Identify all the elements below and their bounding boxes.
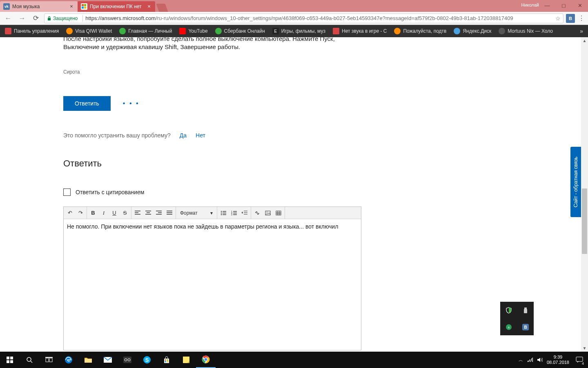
browser-tab-1[interactable]: vk Моя музыка × [0, 1, 78, 12]
browser-tab-2[interactable]: При включении ПК нет × [78, 1, 155, 12]
nav-back-button[interactable]: ← [2, 13, 14, 24]
nav-forward-button[interactable]: → [16, 13, 28, 24]
skype-taskbar-icon[interactable]: S [137, 352, 157, 368]
bookmarks-bar: Панель управления Visa QIWI Wallet Главн… [0, 25, 588, 37]
svg-rect-20 [7, 357, 9, 359]
chrome-menu-button[interactable]: ⋮ [577, 14, 586, 22]
underline-button[interactable]: U [109, 208, 120, 218]
align-justify-button[interactable] [164, 208, 175, 218]
svg-rect-25 [46, 358, 49, 362]
vk-favicon: vk [3, 3, 10, 10]
svg-rect-2 [82, 7, 84, 9]
scroll-up-button[interactable]: ▲ [581, 37, 588, 44]
vertical-scrollbar[interactable]: ▲ ▼ [581, 37, 588, 352]
bookmark-star-icon[interactable]: ☆ [555, 15, 561, 22]
chevron-down-icon: ▾ [210, 210, 213, 216]
quote-checkbox[interactable] [63, 188, 71, 196]
bookmark-item[interactable]: Сбербанк Онлайн [212, 26, 268, 36]
align-left-button[interactable] [132, 208, 143, 218]
bookmark-item[interactable]: Яндекс.Диск [450, 26, 494, 36]
lock-icon [47, 16, 51, 21]
strikethrough-button[interactable]: S [120, 208, 130, 218]
url-text: https://answers.microsoft.com/ru-ru/wind… [85, 15, 553, 21]
window-close-button[interactable]: ✕ [572, 0, 588, 11]
search-button[interactable] [20, 352, 39, 368]
align-center-button[interactable] [143, 208, 154, 218]
window-maximize-button[interactable]: ◻ [555, 0, 572, 11]
vk-extension-icon[interactable]: B [566, 14, 575, 23]
browser-toolbar: ← → ⟳ Защищено https://answers.microsoft… [0, 12, 588, 25]
bookmark-item[interactable]: Visa QIWI Wallet [63, 26, 115, 36]
italic-button[interactable]: I [98, 208, 109, 218]
bookmark-item[interactable]: Главная — Личный [116, 26, 175, 36]
editor-textarea[interactable]: Не помогло. При включении нет языков пок… [64, 219, 361, 350]
bookmark-item[interactable]: EИгры, фильмы, муз [269, 26, 329, 36]
bookmark-item[interactable]: YouTube [176, 26, 211, 36]
chrome-taskbar-icon[interactable] [196, 352, 216, 368]
svg-point-6 [221, 212, 222, 213]
windows-taskbar: S ︿ 9:39 08.07.2018 4 [0, 352, 588, 368]
bullet-list-button[interactable] [218, 208, 229, 218]
close-icon[interactable]: × [146, 4, 152, 9]
redo-button[interactable]: ↷ [75, 208, 86, 218]
bookmark-item[interactable]: Нет звука в игре - С [330, 26, 390, 36]
app-tray-icon[interactable]: s [500, 319, 517, 335]
notes-taskbar-icon[interactable] [176, 352, 196, 368]
svg-rect-4 [48, 18, 51, 20]
image-button[interactable] [263, 208, 273, 218]
bookmark-item[interactable]: Панель управления [2, 26, 62, 36]
numbered-list-button[interactable]: 123 [229, 208, 239, 218]
close-icon[interactable]: × [69, 4, 74, 9]
bookmark-item[interactable]: Mortuus Nix — Холо [495, 26, 556, 36]
svg-text:S: S [145, 357, 149, 363]
secure-indicator: Защищено [47, 16, 78, 21]
svg-rect-0 [82, 4, 84, 6]
edge-taskbar-icon[interactable] [59, 352, 78, 368]
start-button[interactable] [0, 352, 20, 368]
format-dropdown[interactable]: Формат ▾ [177, 208, 216, 218]
helpful-question: Это помогло устранить вашу проблему? [63, 132, 171, 139]
undo-button[interactable]: ↶ [65, 208, 75, 218]
defender-tray-icon[interactable] [500, 302, 517, 319]
explorer-taskbar-icon[interactable] [78, 352, 98, 368]
taskbar-clock[interactable]: 9:39 08.07.2018 [547, 355, 569, 365]
quote-checkbox-label[interactable]: Ответить с цитированием [76, 189, 144, 195]
movies-taskbar-icon[interactable] [118, 352, 137, 368]
outdent-button[interactable] [239, 208, 250, 218]
svg-rect-1 [84, 4, 86, 6]
store-taskbar-icon[interactable] [157, 352, 176, 368]
vk-tray-icon[interactable]: B [517, 319, 534, 335]
window-minimize-button[interactable]: — [539, 0, 555, 11]
task-view-button[interactable] [39, 352, 59, 368]
nav-reload-button[interactable]: ⟳ [30, 13, 42, 24]
table-button[interactable] [273, 208, 284, 218]
action-center-button[interactable]: 4 [573, 352, 586, 368]
new-tab-button[interactable] [156, 4, 168, 12]
mail-taskbar-icon[interactable] [98, 352, 118, 368]
network-tray-icon[interactable] [527, 357, 533, 362]
scroll-down-button[interactable]: ▼ [581, 345, 588, 352]
chrome-profile-name[interactable]: Николай [521, 2, 539, 7]
svg-rect-14 [524, 307, 527, 309]
tray-expand-button[interactable]: ︿ [519, 357, 523, 363]
align-right-button[interactable] [154, 208, 164, 218]
usb-tray-icon[interactable] [517, 302, 534, 319]
svg-rect-45 [576, 357, 583, 361]
more-actions-button[interactable]: • • • [123, 100, 140, 107]
svg-text:B: B [524, 325, 527, 330]
tab-title: Моя музыка [12, 4, 67, 9]
helpful-yes-link[interactable]: Да [180, 132, 187, 139]
svg-rect-15 [524, 309, 527, 313]
svg-rect-37 [167, 359, 168, 361]
bookmarks-overflow-button[interactable]: » [577, 28, 586, 34]
volume-tray-icon[interactable] [537, 357, 543, 362]
scrollbar-thumb[interactable] [582, 188, 587, 254]
bold-button[interactable]: B [88, 208, 98, 218]
reply-button[interactable]: Ответить [63, 96, 111, 111]
bookmark-item[interactable]: Пожалуйста, подтв [391, 26, 450, 36]
site-feedback-tab[interactable]: Сайт - обратная связь [570, 147, 581, 217]
helpful-no-link[interactable]: Нет [196, 132, 205, 139]
address-bar[interactable]: Защищено https://answers.microsoft.com/r… [44, 13, 564, 23]
svg-rect-26 [49, 358, 52, 362]
link-button[interactable] [252, 208, 263, 218]
